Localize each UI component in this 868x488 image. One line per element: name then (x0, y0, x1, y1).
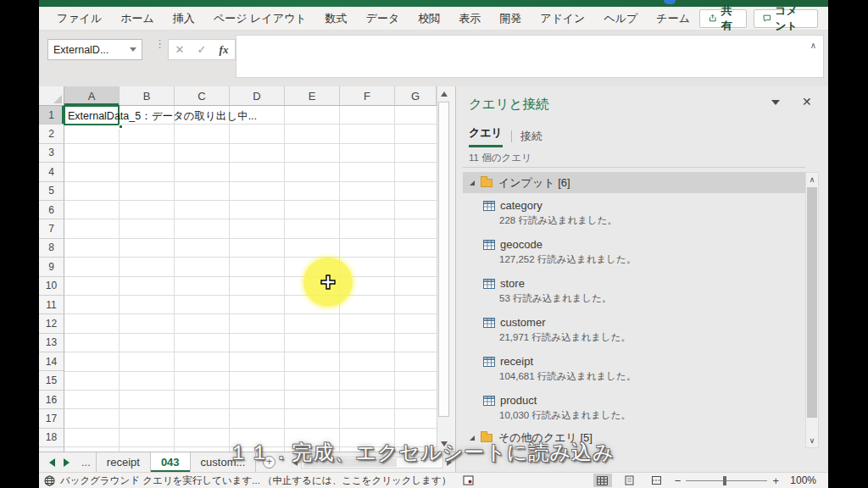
table-icon (483, 396, 495, 406)
row-header-17[interactable]: 17 (39, 409, 64, 428)
panel-scroll-down-icon[interactable]: ∨ (806, 436, 818, 445)
zoom-thumb[interactable] (723, 476, 726, 485)
tab-connections[interactable]: 接続 (520, 129, 542, 144)
share-label: 共有 (721, 3, 737, 34)
query-name: store (500, 277, 525, 290)
row-header-9[interactable]: 9 (39, 258, 64, 276)
formula-collapse-icon[interactable]: ∧ (810, 41, 816, 50)
name-box[interactable]: ExternalD... (47, 39, 142, 60)
sheet-nav-left-icon[interactable] (49, 458, 55, 467)
scroll-up-icon[interactable] (441, 92, 448, 97)
column-header-F[interactable]: F (340, 86, 395, 106)
column-header-E[interactable]: E (285, 86, 340, 106)
row-header-3[interactable]: 3 (39, 144, 64, 163)
sheet-tab-receipt[interactable]: receipt (97, 452, 151, 472)
query-item-customer[interactable]: customer21,971 行読み込まれました。 (463, 310, 805, 349)
zoom-in-icon[interactable]: + (772, 474, 779, 487)
query-name: customer (500, 316, 545, 329)
vertical-scrollbar[interactable] (437, 86, 450, 452)
row-header-14[interactable]: 14 (39, 352, 64, 371)
cells-area[interactable]: ExternalData_5：データの取り出し中... (64, 106, 437, 452)
column-header-B[interactable]: B (120, 86, 175, 106)
comments-button[interactable]: コメント (754, 9, 818, 28)
row-header-2[interactable]: 2 (39, 125, 64, 143)
sheet-nav-right-icon[interactable] (64, 458, 70, 467)
macro-record-icon[interactable] (463, 475, 474, 485)
ribbon-tab-11[interactable]: チーム (647, 7, 699, 30)
row-header-6[interactable]: 6 (39, 201, 64, 219)
group-expand-icon[interactable] (470, 180, 475, 186)
zoom-track[interactable] (686, 480, 767, 481)
column-header-C[interactable]: C (175, 86, 230, 106)
row-header-11[interactable]: 11 (39, 296, 64, 314)
select-all-corner[interactable] (39, 86, 64, 106)
sheet-tab-overflow[interactable]: ... (76, 452, 97, 472)
ribbon-tab-9[interactable]: アドイン (531, 7, 594, 30)
ribbon-tab-7[interactable]: 表示 (449, 7, 490, 30)
formula-bar-grip-icon: ⋮ (154, 41, 165, 47)
view-normal-button[interactable] (593, 474, 612, 487)
query-item-receipt[interactable]: receipt104,681 行読み込まれました。 (463, 349, 805, 388)
row-header-16[interactable]: 16 (39, 391, 64, 409)
view-page-break-button[interactable] (648, 474, 666, 487)
formula-bar-region: ExternalD... ⋮ ✕ ✓ fx ∧ (39, 30, 828, 86)
ribbon-tab-0[interactable]: ファイル (47, 7, 111, 30)
panel-close-icon[interactable]: ✕ (802, 95, 812, 108)
column-header-A[interactable]: A (64, 86, 120, 106)
ribbon-tab-1[interactable]: ホーム (111, 7, 164, 30)
query-count-label: 11 個のクエリ (469, 152, 531, 164)
comments-label: コメント (775, 3, 809, 34)
row-header-18[interactable]: 18 (39, 429, 64, 447)
view-page-layout-button[interactable] (620, 474, 639, 487)
row-header-13[interactable]: 13 (39, 334, 64, 352)
panel-divider (463, 167, 805, 168)
ribbon-tab-3[interactable]: ページ レイアウト (204, 7, 316, 30)
fill-handle[interactable] (119, 125, 123, 129)
tab-queries[interactable]: クエリ (469, 125, 503, 147)
query-group-header-0[interactable]: インプット [6] (463, 172, 805, 193)
row-header-1[interactable]: 1 (39, 106, 64, 125)
row-header-4[interactable]: 4 (39, 163, 64, 181)
row-header-10[interactable]: 10 (39, 277, 64, 296)
sheet-tab-043[interactable]: 043 (151, 452, 191, 472)
row-header-7[interactable]: 7 (39, 219, 64, 238)
zoom-level-label[interactable]: 100% (787, 474, 816, 486)
ribbon-tab-4[interactable]: 数式 (316, 7, 357, 30)
query-name: geocode (500, 238, 542, 251)
cancel-icon[interactable]: ✕ (175, 43, 185, 56)
vertical-scroll-thumb[interactable] (438, 102, 449, 417)
row-headers: 12345678910111213141516171819 (39, 106, 64, 452)
row-header-5[interactable]: 5 (39, 182, 64, 201)
insert-function-icon[interactable]: fx (220, 43, 229, 57)
ribbon-tab-10[interactable]: ヘルプ (594, 7, 647, 30)
panel-dropdown-icon[interactable] (771, 100, 780, 105)
query-item-geocode[interactable]: geocode127,252 行読み込まれました。 (463, 232, 805, 271)
query-name: product (500, 394, 537, 407)
status-left: バックグラウンド クエリを実行しています... （中止するには、ここをクリックし… (39, 474, 474, 487)
ribbon-tab-2[interactable]: 挿入 (164, 7, 204, 30)
status-message[interactable]: バックグラウンド クエリを実行しています... （中止するには、ここをクリックし… (60, 474, 451, 487)
query-item-product[interactable]: product10,030 行読み込まれました。 (463, 388, 805, 427)
panel-scroll-up-icon[interactable]: ∧ (806, 175, 818, 184)
column-header-D[interactable]: D (230, 86, 285, 106)
query-status: 228 行読み込まれました。 (499, 214, 805, 227)
row-header-12[interactable]: 12 (39, 314, 64, 333)
name-box-dropdown-icon[interactable] (130, 47, 136, 52)
panel-scrollbar[interactable]: ∧ ∨ (805, 172, 819, 448)
ribbon-tab-8[interactable]: 開発 (490, 7, 531, 30)
formula-input[interactable]: ∧ (236, 35, 824, 78)
share-button[interactable]: 共有 (699, 9, 747, 28)
query-item-store[interactable]: store53 行読み込まれました。 (463, 271, 805, 310)
cell-cursor-icon (320, 274, 337, 291)
table-icon (483, 240, 495, 250)
panel-scroll-thumb[interactable] (807, 187, 817, 418)
zoom-out-icon[interactable]: − (675, 474, 682, 487)
row-header-15[interactable]: 15 (39, 371, 64, 390)
view-normal-icon (597, 476, 608, 485)
query-item-category[interactable]: category228 行読み込まれました。 (463, 193, 805, 232)
enter-icon[interactable]: ✓ (198, 43, 207, 56)
row-header-8[interactable]: 8 (39, 239, 64, 258)
ribbon-tab-5[interactable]: データ (357, 7, 409, 30)
column-header-G[interactable]: G (395, 86, 437, 106)
ribbon-tab-6[interactable]: 校閲 (409, 7, 449, 30)
